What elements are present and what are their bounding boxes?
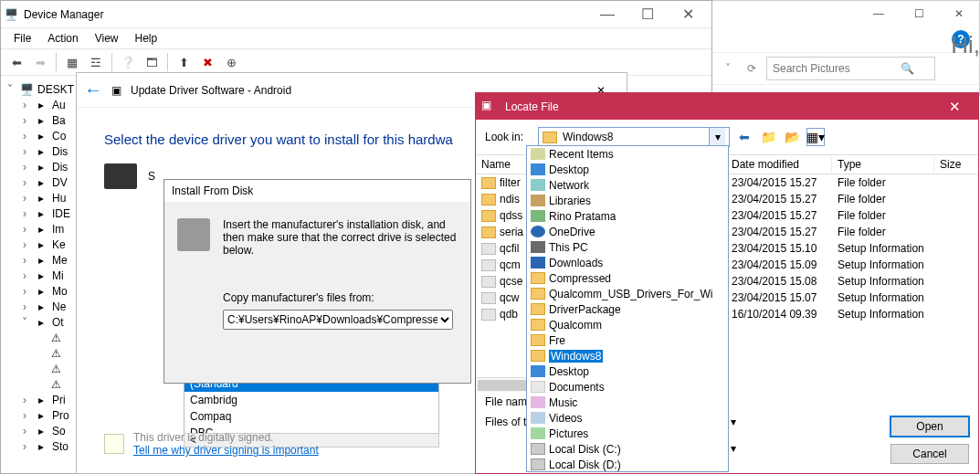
- filename-combo[interactable]: ▾: [731, 416, 873, 428]
- tree-node[interactable]: Ke: [52, 238, 66, 251]
- chevron-down-icon[interactable]: ▾: [731, 442, 736, 455]
- update-icon[interactable]: ⬆: [174, 52, 194, 72]
- minimize-button[interactable]: —: [859, 1, 899, 26]
- chevron-down-icon[interactable]: ▾: [709, 128, 725, 146]
- tree-item[interactable]: Windows8: [527, 348, 728, 363]
- fold-icon: [531, 350, 545, 362]
- view-menu-icon[interactable]: ▦▾: [806, 128, 825, 146]
- app-icon: ▣: [481, 99, 498, 115]
- back-icon[interactable]: ⬅: [735, 128, 753, 146]
- up-icon[interactable]: 📁: [759, 128, 777, 146]
- tree-node[interactable]: Sto: [52, 440, 68, 453]
- tree-node[interactable]: So: [52, 425, 66, 437]
- lookin-dropdown[interactable]: Recent ItemsDesktopNetworkLibrariesRino …: [526, 145, 729, 472]
- signing-link[interactable]: Tell me why driver signing is important: [133, 444, 319, 457]
- tree-node[interactable]: Ot: [52, 316, 64, 329]
- minimize-button[interactable]: —: [587, 2, 627, 27]
- nav-down-icon[interactable]: ˅: [719, 59, 737, 78]
- tree-item[interactable]: Recent Items: [527, 146, 728, 162]
- tree-node[interactable]: Pri: [52, 394, 66, 406]
- lookin-label: Look in:: [485, 131, 532, 143]
- scan-icon[interactable]: ⊕: [221, 52, 241, 72]
- tree-node[interactable]: IDE: [52, 207, 70, 220]
- tree-item[interactable]: Documents: [527, 379, 728, 395]
- tree-item[interactable]: Music: [527, 395, 728, 410]
- tree-node[interactable]: Au: [52, 99, 66, 111]
- tree-node[interactable]: DV: [52, 176, 68, 189]
- tree-item[interactable]: Pictures: [527, 426, 728, 441]
- tree-node[interactable]: Pro: [52, 409, 69, 422]
- folder-icon: [481, 194, 496, 205]
- help-icon[interactable]: ❔: [118, 52, 138, 72]
- close-button[interactable]: ✕: [939, 1, 979, 26]
- col-size[interactable]: Size: [934, 156, 973, 173]
- forward-icon[interactable]: ➡: [30, 52, 50, 72]
- back-icon[interactable]: ←: [84, 79, 102, 100]
- close-icon[interactable]: ✕: [936, 96, 973, 118]
- open-button[interactable]: Open: [890, 416, 969, 437]
- tree-item[interactable]: OneDrive: [527, 224, 728, 239]
- tree-item[interactable]: Libraries: [527, 193, 728, 208]
- tree-node[interactable]: Dis: [52, 161, 68, 174]
- tree-item[interactable]: Desktop: [527, 363, 728, 379]
- tree-item[interactable]: Local Disk (C:): [527, 441, 728, 457]
- tree-item[interactable]: DriverPackage: [527, 301, 728, 317]
- back-icon[interactable]: ⬅: [6, 52, 26, 72]
- tree-item[interactable]: Downloads: [527, 255, 728, 270]
- list-item[interactable]: Compaq: [184, 408, 438, 425]
- tree-node[interactable]: Ne: [52, 300, 66, 313]
- tree-item[interactable]: Qualcomm: [527, 317, 728, 332]
- lib-icon: [531, 195, 545, 206]
- driver-icon: ▣: [111, 84, 121, 97]
- lookin-value: Windows8: [563, 131, 613, 143]
- tree-node[interactable]: Hu: [52, 192, 66, 205]
- tree-root[interactable]: DESKT: [37, 83, 74, 96]
- col-type[interactable]: Type: [832, 156, 934, 173]
- tree-item[interactable]: Qualcomm_USB_Drivers_For_Wi: [527, 286, 728, 301]
- menu-file[interactable]: File: [6, 30, 38, 47]
- col-date[interactable]: Date modified: [726, 156, 832, 173]
- view-icon[interactable]: ☲: [86, 52, 106, 72]
- close-button[interactable]: ✕: [668, 2, 708, 27]
- pc-icon: [531, 241, 545, 253]
- tree-node[interactable]: Mi: [52, 269, 64, 282]
- uninstall-icon[interactable]: ✖: [197, 52, 217, 72]
- tree-item[interactable]: Videos: [527, 410, 728, 426]
- tree-node[interactable]: Ba: [52, 114, 66, 127]
- menu-action[interactable]: Action: [40, 30, 85, 47]
- maximize-button[interactable]: ☐: [899, 1, 939, 26]
- tree-item[interactable]: This PC: [527, 239, 728, 255]
- folder-icon: [481, 177, 496, 189]
- tree-node[interactable]: Mo: [52, 285, 68, 298]
- explorer-window: — ☐ ✕ ? ˅ ⟳ 🔍: [711, 0, 980, 96]
- tree-item[interactable]: Network: [527, 177, 728, 193]
- fold-icon: [531, 303, 545, 315]
- cancel-button[interactable]: Cancel: [890, 444, 969, 464]
- tree-item[interactable]: Local Disk (D:): [527, 457, 728, 472]
- tree-node[interactable]: Co: [52, 130, 66, 142]
- path-combo[interactable]: C:¥Users¥RinoAP¥Downloads¥Compressed¥Qua…: [223, 310, 453, 330]
- tree-node[interactable]: Im: [52, 223, 64, 236]
- tree-item[interactable]: Desktop: [527, 162, 728, 177]
- folder-icon: [481, 210, 496, 222]
- show-hidden-icon[interactable]: ▦: [62, 52, 82, 72]
- list-item[interactable]: Cambridg: [184, 392, 438, 408]
- fold-icon: [531, 288, 545, 300]
- menu-view[interactable]: View: [88, 30, 126, 47]
- menu-help[interactable]: Help: [128, 30, 165, 47]
- new-folder-icon[interactable]: 📂: [783, 128, 801, 146]
- wizard-title: Update Driver Software - Android: [131, 84, 291, 97]
- properties-icon[interactable]: 🗔: [142, 52, 162, 72]
- tree-node[interactable]: Me: [52, 254, 68, 267]
- fold-icon: [531, 272, 545, 284]
- tree-item[interactable]: Rino Pratama: [527, 208, 728, 224]
- search-input[interactable]: 🔍: [766, 57, 935, 80]
- tree-node[interactable]: Dis: [52, 145, 68, 158]
- chevron-down-icon[interactable]: ▾: [731, 416, 736, 428]
- filetype-combo[interactable]: ▾: [731, 442, 873, 455]
- refresh-icon[interactable]: ⟳: [743, 59, 761, 78]
- lookin-combo[interactable]: Windows8 ▾: [538, 127, 730, 147]
- tree-item[interactable]: Compressed: [527, 270, 728, 286]
- maximize-button[interactable]: ☐: [627, 2, 668, 27]
- tree-item[interactable]: Fre: [527, 332, 728, 348]
